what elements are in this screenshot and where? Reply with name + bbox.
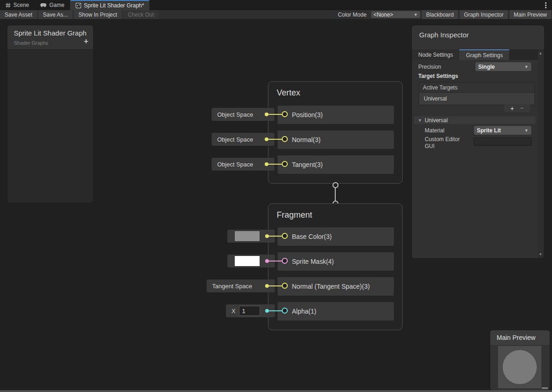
fragment-base-color-row[interactable]: Base Color(3) [278,227,394,246]
shader-graph-icon [76,3,81,8]
graph-inspector-tabs: Node Settings Graph Settings [412,49,538,60]
chevron-down-icon: ▼ [524,128,528,133]
kebab-menu-icon [545,2,546,8]
color-mode-value: <None> [374,12,393,18]
resize-handle[interactable] [542,387,548,389]
vertex-position-row[interactable]: Position(3) [278,106,394,124]
edge-base-color [267,236,283,237]
material-value: Sprite Lit [477,127,501,134]
graph-settings-content: Precision Single ▼ Target Settings Activ… [412,60,538,258]
main-preview-panel[interactable]: Main Preview [490,330,550,390]
target-settings-heading: Target Settings [418,73,458,79]
port-label: Tangent(3) [292,161,323,168]
gamepad-icon [40,3,47,7]
show-in-project-button[interactable]: Show In Project [74,10,122,19]
space-pill-label: Object Space [217,161,253,168]
tab-game[interactable]: Game [35,0,70,10]
blackboard-panel[interactable]: Sprite Lit Shader Graph Shader Graphs + [7,25,93,203]
color-mode-dropdown[interactable]: <None> ▼ [371,11,420,18]
alpha-x-label: X [231,308,236,315]
port-label: Base Color(3) [292,233,332,240]
custom-editor-gui-label: Custom Editor GUI [425,136,465,150]
main-preview-toggle-button[interactable]: Main Preview [510,10,551,19]
color-mode-label: Color Mode [335,12,369,18]
blackboard-subtitle: Shader Graphs [14,40,48,46]
main-preview-body [490,345,550,390]
connector-top-handle[interactable] [332,182,338,188]
graph-inspector-title: Graph Inspector [419,31,469,39]
shader-graph-window: Scene Game Sprite Lit Shader Graph* Save… [0,0,552,392]
normal-ts-input-port[interactable] [282,283,288,289]
universal-foldout[interactable]: ▼ Universal [414,116,535,124]
vertex-tangent-row[interactable]: Tangent(3) [278,155,394,174]
edge-normal-ts [267,285,283,286]
scroll-down-icon[interactable]: ▼ [539,253,542,256]
toolbar-right-group: Color Mode <None> ▼ Blackboard Graph Ins… [335,10,552,19]
tangent-input-port[interactable] [282,161,288,167]
precision-dropdown[interactable]: Single ▼ [475,62,531,71]
base-color-swatch[interactable] [234,231,260,242]
blackboard-body [7,50,93,203]
port-label: Alpha(1) [292,308,316,315]
position-input-port[interactable] [282,111,288,117]
edge-sprite-mask [267,261,283,261]
active-targets-box: Active Targets Universal [419,82,535,105]
editor-tab-bar: Scene Game Sprite Lit Shader Graph* [0,0,552,10]
alpha-input-port[interactable] [282,308,288,314]
chevron-down-icon: ▼ [414,12,418,17]
custom-editor-gui-field[interactable] [474,137,532,146]
normal-input-port[interactable] [282,136,288,142]
edge-tangent [267,164,283,165]
chevron-down-icon: ▼ [524,65,528,69]
normal-space-pill[interactable]: Object Space [212,133,274,146]
preview-sprite-circle [503,350,537,384]
tab-game-label: Game [49,2,65,8]
active-target-row-universal[interactable]: Universal [419,93,534,105]
alpha-value-field[interactable]: 1 [239,306,260,316]
blackboard-toggle-button[interactable]: Blackboard [422,10,458,19]
fragment-node[interactable]: Fragment Base Color(3) Sprite Mask(4) No… [268,203,403,330]
normal-tangent-space-pill[interactable]: Tangent Space [207,279,275,292]
material-dropdown[interactable]: Sprite Lit ▼ [474,126,531,135]
fragment-alpha-row[interactable]: Alpha(1) [278,302,394,321]
port-label: Position(3) [292,111,323,119]
inspector-scrollbar[interactable]: ▲ ▼ [538,51,543,257]
active-targets-header: Active Targets [419,83,534,93]
tab-scene-label: Scene [13,2,29,8]
tab-scene[interactable]: Scene [0,0,35,10]
fragment-node-title: Fragment [277,210,312,220]
fragment-sprite-mask-row[interactable]: Sprite Mask(4) [278,252,394,271]
tangent-space-pill[interactable]: Object Space [212,158,274,171]
add-target-button[interactable]: + [510,105,514,112]
scroll-up-icon[interactable]: ▲ [539,52,542,55]
tab-shader-graph-label: Sprite Lit Shader Graph* [84,2,144,9]
add-property-button[interactable]: + [83,37,89,46]
vertex-normal-row[interactable]: Normal(3) [278,131,394,149]
space-pill-label: Tangent Space [212,283,252,290]
base-color-input-port[interactable] [282,233,288,239]
scene-grid-icon [6,3,11,8]
preview-render-area [498,346,541,388]
window-overflow-menu-button[interactable] [540,0,552,10]
remove-target-button[interactable]: − [520,105,524,111]
main-preview-header: Main Preview [490,330,550,345]
tab-shader-graph[interactable]: Sprite Lit Shader Graph* [70,0,150,10]
graph-inspector-toggle-button[interactable]: Graph Inspector [460,10,508,19]
tab-node-settings[interactable]: Node Settings [412,49,459,60]
vertex-node[interactable]: Vertex Position(3) Normal(3) Tangent(3) [268,81,403,184]
position-space-pill[interactable]: Object Space [212,108,274,121]
foldout-arrow-icon: ▼ [418,118,422,123]
port-label: Normal (Tangent Space)(3) [292,283,370,290]
sprite-mask-swatch[interactable] [234,255,260,267]
blackboard-title: Sprite Lit Shader Graph [14,29,87,37]
target-add-remove-bar: + − [504,104,530,112]
save-as-button[interactable]: Save As... [38,10,72,19]
save-asset-button[interactable]: Save Asset [0,10,37,19]
sprite-mask-input-port[interactable] [282,258,288,264]
precision-label: Precision [418,64,441,70]
fragment-normal-row[interactable]: Normal (Tangent Space)(3) [278,277,394,296]
tab-graph-settings[interactable]: Graph Settings [459,49,509,60]
edge-position [267,114,283,115]
graph-inspector-panel[interactable]: Graph Inspector Node Settings Graph Sett… [412,25,544,258]
universal-foldout-label: Universal [425,117,448,124]
